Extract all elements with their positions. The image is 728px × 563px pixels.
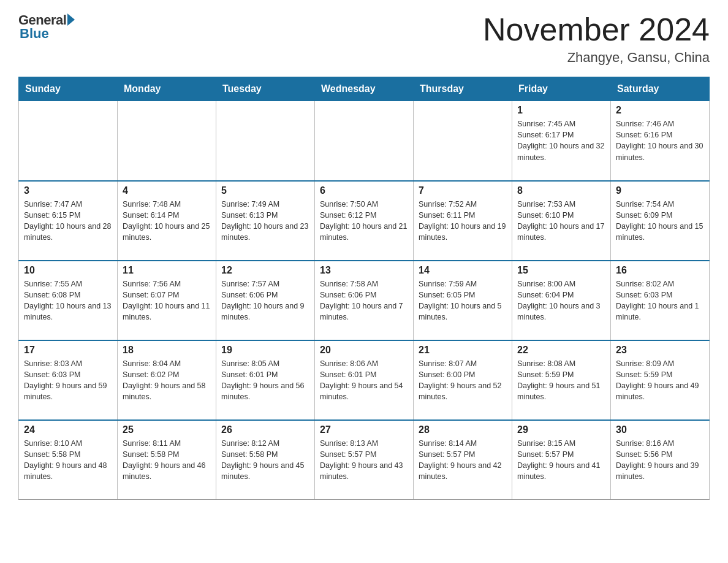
calendar-cell: 21Sunrise: 8:07 AMSunset: 6:00 PMDayligh…: [414, 340, 512, 420]
day-info: Sunrise: 8:15 AMSunset: 5:57 PMDaylight:…: [517, 438, 605, 483]
weekday-header-friday: Friday: [512, 77, 611, 101]
calendar-cell: 27Sunrise: 8:13 AMSunset: 5:57 PMDayligh…: [315, 420, 414, 500]
day-number: 26: [221, 424, 309, 435]
calendar-cell: 25Sunrise: 8:11 AMSunset: 5:58 PMDayligh…: [118, 420, 216, 500]
weekday-header-tuesday: Tuesday: [216, 77, 315, 101]
calendar-cell: 15Sunrise: 8:00 AMSunset: 6:04 PMDayligh…: [512, 261, 611, 340]
title-area: November 2024 Zhangye, Gansu, China: [483, 12, 710, 66]
day-info: Sunrise: 7:50 AMSunset: 6:12 PMDaylight:…: [320, 199, 408, 243]
calendar-cell: 28Sunrise: 8:14 AMSunset: 5:57 PMDayligh…: [414, 420, 512, 500]
calendar-cell: 12Sunrise: 7:57 AMSunset: 6:06 PMDayligh…: [216, 261, 315, 340]
day-info: Sunrise: 8:16 AMSunset: 5:56 PMDaylight:…: [616, 438, 704, 483]
calendar-cell: 30Sunrise: 8:16 AMSunset: 5:56 PMDayligh…: [611, 420, 710, 500]
calendar-cell: 20Sunrise: 8:06 AMSunset: 6:01 PMDayligh…: [315, 340, 414, 420]
calendar-cell: 8Sunrise: 7:53 AMSunset: 6:10 PMDaylight…: [512, 181, 611, 261]
day-number: 22: [517, 345, 605, 356]
day-info: Sunrise: 7:54 AMSunset: 6:09 PMDaylight:…: [616, 199, 704, 243]
weekday-header-wednesday: Wednesday: [315, 77, 414, 101]
day-info: Sunrise: 8:00 AMSunset: 6:04 PMDaylight:…: [517, 278, 605, 323]
calendar-cell: 18Sunrise: 8:04 AMSunset: 6:02 PMDayligh…: [118, 340, 216, 420]
calendar-cell: 2Sunrise: 7:46 AMSunset: 6:16 PMDaylight…: [611, 101, 710, 181]
calendar-cell: 16Sunrise: 8:02 AMSunset: 6:03 PMDayligh…: [611, 261, 710, 340]
day-number: 9: [616, 185, 704, 196]
day-info: Sunrise: 8:02 AMSunset: 6:03 PMDaylight:…: [616, 278, 704, 323]
calendar-cell: 26Sunrise: 8:12 AMSunset: 5:58 PMDayligh…: [216, 420, 315, 500]
calendar-cell: 11Sunrise: 7:56 AMSunset: 6:07 PMDayligh…: [118, 261, 216, 340]
calendar-cell: 1Sunrise: 7:45 AMSunset: 6:17 PMDaylight…: [512, 101, 611, 181]
day-info: Sunrise: 8:09 AMSunset: 5:59 PMDaylight:…: [616, 358, 704, 403]
weekday-header-thursday: Thursday: [414, 77, 512, 101]
logo: General Blue: [18, 12, 75, 42]
day-info: Sunrise: 7:59 AMSunset: 6:05 PMDaylight:…: [419, 278, 507, 323]
calendar-table: SundayMondayTuesdayWednesdayThursdayFrid…: [18, 77, 710, 500]
day-number: 23: [616, 345, 704, 356]
day-info: Sunrise: 8:12 AMSunset: 5:58 PMDaylight:…: [221, 438, 309, 483]
day-info: Sunrise: 8:13 AMSunset: 5:57 PMDaylight:…: [320, 438, 408, 483]
calendar-cell: 29Sunrise: 8:15 AMSunset: 5:57 PMDayligh…: [512, 420, 611, 500]
location-text: Zhangye, Gansu, China: [483, 50, 710, 66]
day-info: Sunrise: 7:48 AMSunset: 6:14 PMDaylight:…: [123, 199, 211, 243]
calendar-cell: [315, 101, 414, 181]
day-info: Sunrise: 7:57 AMSunset: 6:06 PMDaylight:…: [221, 278, 309, 323]
day-number: 14: [419, 265, 507, 276]
day-info: Sunrise: 7:53 AMSunset: 6:10 PMDaylight:…: [517, 199, 605, 243]
day-info: Sunrise: 7:47 AMSunset: 6:15 PMDaylight:…: [24, 199, 112, 243]
calendar-cell: 24Sunrise: 8:10 AMSunset: 5:58 PMDayligh…: [19, 420, 118, 500]
day-number: 16: [616, 265, 704, 276]
day-info: Sunrise: 7:55 AMSunset: 6:08 PMDaylight:…: [24, 278, 112, 323]
calendar-cell: 9Sunrise: 7:54 AMSunset: 6:09 PMDaylight…: [611, 181, 710, 261]
day-number: 17: [24, 345, 112, 356]
weekday-header-saturday: Saturday: [611, 77, 710, 101]
weekday-header-monday: Monday: [118, 77, 216, 101]
day-number: 21: [419, 345, 507, 356]
week-row-5: 24Sunrise: 8:10 AMSunset: 5:58 PMDayligh…: [19, 420, 710, 500]
header: General Blue November 2024 Zhangye, Gans…: [18, 12, 710, 66]
month-title: November 2024: [483, 12, 710, 47]
day-info: Sunrise: 8:05 AMSunset: 6:01 PMDaylight:…: [221, 358, 309, 403]
week-row-4: 17Sunrise: 8:03 AMSunset: 6:03 PMDayligh…: [19, 340, 710, 420]
calendar-cell: [19, 101, 118, 181]
day-info: Sunrise: 8:07 AMSunset: 6:00 PMDaylight:…: [419, 358, 507, 403]
calendar-cell: 6Sunrise: 7:50 AMSunset: 6:12 PMDaylight…: [315, 181, 414, 261]
calendar-cell: 7Sunrise: 7:52 AMSunset: 6:11 PMDaylight…: [414, 181, 512, 261]
day-info: Sunrise: 8:08 AMSunset: 5:59 PMDaylight:…: [517, 358, 605, 403]
calendar-cell: 23Sunrise: 8:09 AMSunset: 5:59 PMDayligh…: [611, 340, 710, 420]
day-number: 15: [517, 265, 605, 276]
weekday-header-sunday: Sunday: [19, 77, 118, 101]
day-info: Sunrise: 7:46 AMSunset: 6:16 PMDaylight:…: [616, 118, 704, 163]
day-number: 3: [24, 185, 112, 196]
day-number: 6: [320, 185, 408, 196]
calendar-cell: 10Sunrise: 7:55 AMSunset: 6:08 PMDayligh…: [19, 261, 118, 340]
calendar-cell: 5Sunrise: 7:49 AMSunset: 6:13 PMDaylight…: [216, 181, 315, 261]
day-number: 25: [123, 424, 211, 435]
calendar-cell: 19Sunrise: 8:05 AMSunset: 6:01 PMDayligh…: [216, 340, 315, 420]
day-number: 4: [123, 185, 211, 196]
day-info: Sunrise: 7:58 AMSunset: 6:06 PMDaylight:…: [320, 278, 408, 323]
day-info: Sunrise: 7:52 AMSunset: 6:11 PMDaylight:…: [419, 199, 507, 243]
day-number: 7: [419, 185, 507, 196]
calendar-cell: [216, 101, 315, 181]
logo-arrow-icon: [67, 13, 75, 26]
day-number: 27: [320, 424, 408, 435]
logo-blue-text: Blue: [20, 26, 49, 42]
week-row-1: 1Sunrise: 7:45 AMSunset: 6:17 PMDaylight…: [19, 101, 710, 181]
day-info: Sunrise: 8:03 AMSunset: 6:03 PMDaylight:…: [24, 358, 112, 403]
day-number: 24: [24, 424, 112, 435]
day-number: 29: [517, 424, 605, 435]
day-number: 11: [123, 265, 211, 276]
day-number: 5: [221, 185, 309, 196]
day-info: Sunrise: 8:04 AMSunset: 6:02 PMDaylight:…: [123, 358, 211, 403]
day-info: Sunrise: 8:11 AMSunset: 5:58 PMDaylight:…: [123, 438, 211, 483]
day-number: 28: [419, 424, 507, 435]
week-row-3: 10Sunrise: 7:55 AMSunset: 6:08 PMDayligh…: [19, 261, 710, 340]
day-number: 30: [616, 424, 704, 435]
day-number: 20: [320, 345, 408, 356]
calendar-cell: 17Sunrise: 8:03 AMSunset: 6:03 PMDayligh…: [19, 340, 118, 420]
day-info: Sunrise: 8:06 AMSunset: 6:01 PMDaylight:…: [320, 358, 408, 403]
day-info: Sunrise: 7:56 AMSunset: 6:07 PMDaylight:…: [123, 278, 211, 323]
calendar-cell: 4Sunrise: 7:48 AMSunset: 6:14 PMDaylight…: [118, 181, 216, 261]
calendar-cell: [414, 101, 512, 181]
calendar-cell: 3Sunrise: 7:47 AMSunset: 6:15 PMDaylight…: [19, 181, 118, 261]
day-number: 8: [517, 185, 605, 196]
calendar-cell: 13Sunrise: 7:58 AMSunset: 6:06 PMDayligh…: [315, 261, 414, 340]
